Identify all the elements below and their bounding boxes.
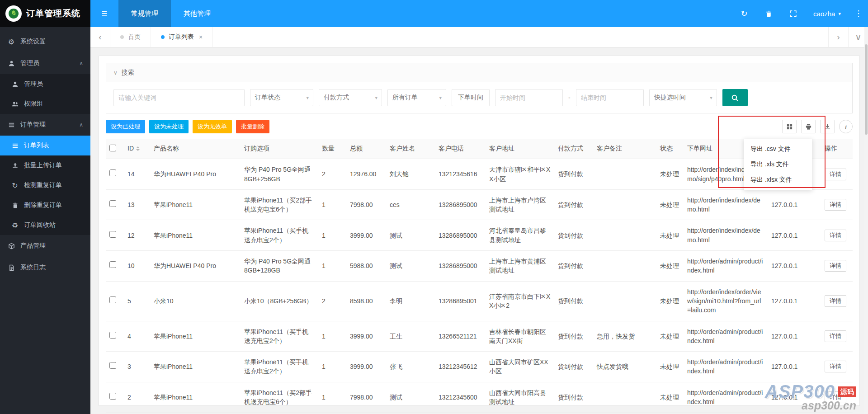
- order-status-select[interactable]: 订单状态 ▾: [250, 89, 313, 106]
- cell-total: 3999.00: [346, 352, 386, 382]
- detail-button[interactable]: 详情: [825, 169, 846, 180]
- detail-button[interactable]: 详情: [825, 260, 846, 272]
- cell-id: 5: [124, 281, 150, 321]
- keyword-input[interactable]: [113, 89, 245, 106]
- batch-delete-button[interactable]: 批量删除: [236, 120, 269, 133]
- cell-customer-name: 测试: [386, 382, 435, 413]
- cell-customer-remark: [593, 281, 656, 321]
- tabs-scroll-left-icon[interactable]: ‹: [90, 27, 110, 47]
- quick-time-select[interactable]: 快捷选时间 ▾: [649, 89, 717, 106]
- navbar-tab-other[interactable]: 其他管理: [171, 0, 223, 27]
- pay-method-select[interactable]: 付款方式 ▾: [319, 89, 382, 106]
- cell-pay-method: 货到付款: [554, 321, 593, 352]
- col-pay-method: 付款方式: [554, 139, 593, 159]
- sort-icon[interactable]: [136, 145, 140, 153]
- order-table: ID 产品名称 订购选项 数量 总额 客户姓名 客户电话 客户地址 付款方式 客…: [106, 139, 853, 414]
- cell-customer-address: 上海市上海市黄浦区测试地址: [486, 251, 554, 282]
- info-icon[interactable]: [839, 120, 853, 133]
- cell-ip: 127.0.0.1: [768, 251, 821, 282]
- refresh-icon[interactable]: ↻: [732, 0, 756, 27]
- sidebar-item-system-log[interactable]: 系统日志: [0, 257, 90, 278]
- sidebar-item-delete-duplicate-orders[interactable]: 删除重复订单: [0, 195, 90, 215]
- col-id[interactable]: ID: [124, 139, 150, 159]
- end-time-input[interactable]: [576, 89, 644, 106]
- export-dropdown: 导出 .csv 文件 导出 .xls 文件 导出 .xlsx 文件: [744, 139, 812, 190]
- detail-button[interactable]: 详情: [825, 230, 846, 241]
- export-menu-item[interactable]: 导出 .csv 文件: [744, 141, 812, 157]
- search-button[interactable]: [722, 89, 748, 106]
- cell-customer-name: 刘大铭: [386, 159, 435, 190]
- vertical-scrollbar[interactable]: [864, 27, 868, 414]
- cell-option: 华为 P40 Pro 5G全网通 8GB+256GB: [241, 159, 318, 190]
- row-checkbox[interactable]: [109, 332, 116, 339]
- cell-customer-phone: 13286895000: [435, 189, 486, 220]
- order-scope-select[interactable]: 所有订单 ▾: [387, 89, 446, 106]
- sidebar-item-batch-upload-orders[interactable]: 批量上传订单: [0, 155, 90, 175]
- scrollbar-thumb[interactable]: [865, 44, 868, 135]
- col-qty: 数量: [318, 139, 346, 159]
- cell-select: [106, 321, 124, 352]
- sidebar-item-label: 订单列表: [24, 141, 49, 150]
- row-checkbox[interactable]: [109, 393, 116, 400]
- detail-button[interactable]: 详情: [825, 199, 846, 211]
- cell-total: 12976.00: [346, 159, 386, 190]
- table-row: 3 苹果iPhone11 苹果iPhone11（买手机送充电宝2个） 1 399…: [106, 352, 853, 382]
- cell-order-url: http://order/index/index/demo.html: [684, 189, 768, 220]
- detail-button[interactable]: 详情: [825, 295, 846, 307]
- upload-icon: [11, 161, 19, 169]
- start-time-input[interactable]: [495, 89, 563, 106]
- filter-columns-icon[interactable]: [782, 120, 797, 133]
- detail-button[interactable]: 详情: [825, 361, 846, 372]
- tab-order-list[interactable]: 订单列表 ×: [151, 27, 213, 47]
- user-menu[interactable]: caozha ▾: [805, 0, 849, 27]
- navbar-tab-general[interactable]: 常规管理: [118, 0, 171, 27]
- list-icon: [11, 141, 19, 150]
- cell-actions: 详情: [821, 251, 853, 282]
- row-checkbox[interactable]: [109, 200, 116, 207]
- navbar-right: ↻ caozha ▾ ⋮: [732, 0, 868, 27]
- sidebar-item-admin-group[interactable]: 管理员 ∧: [0, 52, 90, 74]
- row-checkbox[interactable]: [109, 169, 116, 176]
- sidebar-item-check-duplicate-orders[interactable]: ↻ 检测重复订单: [0, 175, 90, 195]
- table-row: 2 苹果iPhone11 苹果iPhone11（买2部手机送充电宝6个） 1 7…: [106, 382, 853, 413]
- cell-customer-remark: [593, 220, 656, 251]
- set-unprocessed-button[interactable]: 设为未处理: [149, 120, 189, 133]
- sidebar-item-permission-groups[interactable]: 权限组: [0, 94, 90, 114]
- table-row: 5 小米10 小米10（8GB+256GB） 2 8598.00 李明 1328…: [106, 281, 853, 321]
- row-checkbox[interactable]: [109, 362, 116, 369]
- sidebar-item-system-settings[interactable]: ⚙ 系统设置: [0, 31, 90, 52]
- cell-id: 10: [124, 251, 150, 282]
- row-checkbox[interactable]: [109, 261, 116, 268]
- cell-total: 7998.00: [346, 382, 386, 413]
- more-options-icon[interactable]: ⋮: [849, 0, 868, 27]
- cell-product: 小米10: [150, 281, 241, 321]
- select-all-checkbox[interactable]: [109, 145, 116, 151]
- export-menu-item[interactable]: 导出 .xls 文件: [744, 157, 812, 172]
- sidebar-item-order-list[interactable]: 订单列表: [0, 136, 90, 155]
- cell-customer-remark: [593, 382, 656, 413]
- detail-button[interactable]: 详情: [825, 330, 846, 342]
- sidebar-item-product-management[interactable]: 产品管理: [0, 235, 90, 257]
- set-processed-button[interactable]: 设为已处理: [106, 120, 145, 133]
- tab-home[interactable]: 首页: [110, 27, 151, 47]
- row-checkbox[interactable]: [109, 231, 116, 238]
- cell-ip: 127.0.0.1: [768, 220, 821, 251]
- export-icon[interactable]: [820, 120, 835, 133]
- sidebar-item-label: 订单管理: [20, 121, 46, 129]
- print-icon[interactable]: [801, 120, 816, 133]
- menu-toggle-icon[interactable]: ≡: [90, 0, 118, 27]
- clear-cache-icon[interactable]: [756, 0, 781, 27]
- caret-down-icon: ▾: [375, 95, 377, 101]
- close-icon[interactable]: ×: [199, 33, 203, 41]
- detail-button[interactable]: 详情: [825, 391, 846, 403]
- row-checkbox[interactable]: [109, 296, 116, 303]
- tabs-scroll-right-icon[interactable]: ›: [828, 27, 848, 47]
- set-invalid-button[interactable]: 设为无效单: [193, 120, 232, 133]
- sidebar-item-order-recycle-bin[interactable]: ♻ 订单回收站: [0, 215, 90, 235]
- sidebar-item-admins[interactable]: 管理员: [0, 74, 90, 94]
- sidebar-item-order-management[interactable]: 订单管理 ∧: [0, 114, 90, 136]
- fullscreen-icon[interactable]: [781, 0, 805, 27]
- search-form: 订单状态 ▾ 付款方式 ▾ 所有订单 ▾ 下单时间 -: [106, 82, 852, 113]
- search-panel-header[interactable]: ∨ 搜索: [106, 63, 852, 82]
- export-menu-item[interactable]: 导出 .xlsx 文件: [744, 172, 812, 188]
